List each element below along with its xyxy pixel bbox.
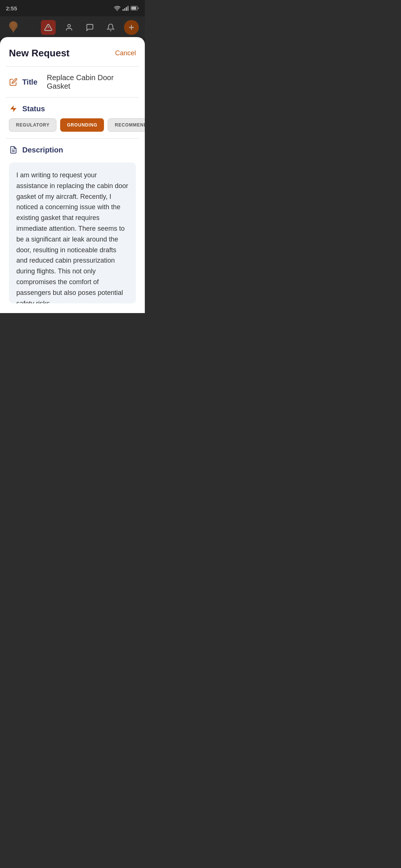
status-icon-wrapper: [9, 104, 18, 113]
status-label: Status: [22, 105, 45, 113]
regulatory-button[interactable]: REGULATORY: [9, 118, 56, 132]
grounding-button[interactable]: GROUNDING: [60, 118, 104, 132]
recommended-button[interactable]: RECOMMENDED: [108, 118, 145, 132]
title-icon: [9, 78, 18, 86]
bolt-icon: [9, 105, 17, 113]
description-input[interactable]: [9, 162, 136, 303]
svg-marker-11: [10, 105, 17, 112]
title-label: Title: [22, 78, 38, 86]
description-section: Description: [0, 139, 145, 312]
status-section: Status REGULATORY GROUNDING RECOMMENDED: [0, 98, 145, 138]
description-label: Description: [22, 146, 63, 154]
title-value[interactable]: Replace Cabin Door Gasket: [47, 73, 136, 91]
title-field: Title Replace Cabin Door Gasket: [0, 67, 145, 97]
document-icon: [9, 146, 17, 154]
modal-sheet: New Request Cancel Title Replace Cabin D…: [0, 37, 145, 313]
description-label-row: Description: [9, 145, 136, 154]
status-buttons: REGULATORY GROUNDING RECOMMENDED: [9, 118, 136, 132]
description-icon-wrapper: [9, 145, 18, 154]
pencil-icon: [9, 78, 17, 86]
status-label-row: Status: [9, 104, 136, 113]
modal-overlay: New Request Cancel Title Replace Cabin D…: [0, 0, 145, 313]
modal-title: New Request: [9, 47, 69, 59]
cancel-button[interactable]: Cancel: [115, 49, 136, 57]
submit-section: Submit Request: [0, 312, 145, 313]
title-label-wrapper: Title: [9, 78, 42, 86]
modal-header: New Request Cancel: [0, 37, 145, 66]
